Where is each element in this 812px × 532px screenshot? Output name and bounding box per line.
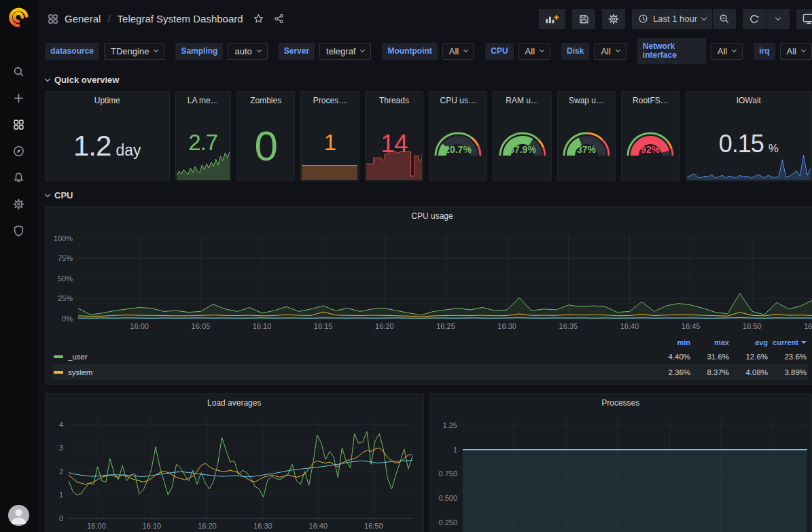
svg-text:0.750: 0.750 bbox=[438, 469, 457, 478]
svg-text:4: 4 bbox=[59, 421, 63, 429]
variable-disk: Disk All bbox=[561, 43, 626, 60]
legend-series-toggle[interactable]: _user bbox=[54, 353, 652, 361]
gauge: 20.7% bbox=[431, 122, 485, 157]
dashboard-settings-button[interactable] bbox=[602, 9, 625, 29]
stat-value: 0.15 % bbox=[686, 130, 811, 158]
svg-text:50%: 50% bbox=[58, 274, 73, 283]
refresh-interval-dropdown[interactable] bbox=[766, 9, 790, 29]
chevron-down-icon bbox=[45, 75, 50, 81]
sidebar-nav bbox=[0, 58, 37, 244]
panel-cpu-usage-gauge: CPU us… 20.7% bbox=[429, 91, 487, 181]
dashboard-canvas: Quick overview Uptime 1.2 day LA me… 2.7 bbox=[37, 72, 812, 532]
breadcrumb-folder[interactable]: General bbox=[65, 13, 101, 24]
panel-title[interactable]: RootFS… bbox=[622, 96, 679, 105]
variable-value-dropdown[interactable]: All bbox=[711, 43, 743, 60]
sidebar-item-explore[interactable] bbox=[0, 138, 37, 164]
panel-title[interactable]: Zombies bbox=[237, 96, 294, 105]
plus-icon bbox=[13, 92, 24, 104]
zoom-out-button[interactable] bbox=[713, 9, 736, 29]
legend-header-max[interactable]: max bbox=[690, 338, 729, 347]
section-quick-overview[interactable]: Quick overview bbox=[46, 72, 812, 87]
breadcrumb-separator: / bbox=[107, 13, 111, 24]
svg-text:16:20: 16:20 bbox=[375, 322, 394, 330]
panel-title[interactable]: Load averages bbox=[46, 398, 423, 408]
svg-text:20.7%: 20.7% bbox=[444, 144, 472, 155]
sidebar-item-server-admin[interactable] bbox=[0, 217, 37, 244]
svg-text:16:30: 16:30 bbox=[497, 322, 516, 330]
panel-title[interactable]: Threads bbox=[366, 96, 423, 105]
add-panel-icon bbox=[545, 14, 559, 24]
legend-header-min[interactable]: min bbox=[652, 338, 690, 347]
variable-label: Network interface bbox=[637, 38, 706, 64]
refresh-button[interactable] bbox=[743, 9, 766, 29]
sidebar-item-configuration[interactable] bbox=[0, 191, 37, 217]
svg-text:16:40: 16:40 bbox=[620, 322, 639, 330]
svg-text:0%: 0% bbox=[62, 315, 73, 323]
variable-value-dropdown[interactable]: All bbox=[594, 43, 626, 60]
add-panel-button[interactable] bbox=[539, 9, 565, 29]
section-cpu[interactable]: CPU bbox=[46, 188, 812, 202]
panel-title[interactable]: IOWait bbox=[686, 96, 811, 105]
search-icon bbox=[13, 66, 24, 77]
svg-text:92%: 92% bbox=[641, 144, 660, 155]
user-avatar[interactable] bbox=[8, 505, 29, 526]
variable-label: irq bbox=[754, 43, 775, 60]
grafana-logo[interactable] bbox=[7, 6, 30, 29]
chevron-down-icon bbox=[154, 47, 158, 52]
variable-server: Server telegraf bbox=[279, 43, 372, 60]
variable-value-dropdown[interactable]: telegraf bbox=[319, 43, 371, 60]
sidebar-item-create[interactable] bbox=[0, 85, 37, 111]
legend-row-clipped: … 0.696% 4.11% 1.19% 1.04% bbox=[52, 380, 808, 384]
panel-title[interactable]: Swap u… bbox=[558, 96, 615, 105]
stat-value: 0 bbox=[237, 122, 294, 170]
cycle-view-mode-button[interactable] bbox=[796, 9, 812, 29]
main-area: General / Telegraf System Dashboard bbox=[37, 0, 812, 532]
panel-title[interactable]: LA me… bbox=[176, 96, 230, 105]
star-icon[interactable] bbox=[253, 14, 264, 24]
variable-value-dropdown[interactable]: All bbox=[442, 43, 474, 60]
breadcrumb-dashboard-title[interactable]: Telegraf System Dashboard bbox=[118, 13, 243, 24]
chevron-down-icon bbox=[701, 14, 707, 20]
share-icon[interactable] bbox=[274, 14, 284, 24]
person-icon bbox=[8, 505, 29, 526]
legend-series-toggle[interactable]: system bbox=[54, 368, 652, 376]
legend-header-current[interactable]: current bbox=[768, 338, 807, 347]
variable-value-dropdown[interactable]: TDengine bbox=[104, 43, 164, 60]
panel-title[interactable]: CPU us… bbox=[429, 96, 487, 105]
chevron-down-icon bbox=[801, 47, 806, 52]
sidebar-item-alerting[interactable] bbox=[0, 164, 37, 191]
bell-icon bbox=[13, 172, 24, 183]
svg-text:0.250: 0.250 bbox=[438, 518, 457, 527]
cpu-usage-chart[interactable]: 16:0016:0516:1016:1516:2016:2516:3016:35… bbox=[51, 224, 812, 334]
save-dashboard-button[interactable] bbox=[572, 9, 595, 29]
variable-value-dropdown[interactable]: auto bbox=[228, 43, 267, 60]
svg-text:16:00: 16:00 bbox=[130, 322, 149, 330]
panel-title[interactable]: RAM u… bbox=[493, 96, 550, 105]
sidebar-item-search[interactable] bbox=[0, 58, 37, 85]
svg-text:16:50: 16:50 bbox=[364, 522, 383, 530]
variable-datasource: datasource TDengine bbox=[45, 43, 164, 60]
svg-text:16:10: 16:10 bbox=[143, 522, 162, 530]
panel-title[interactable]: Proces… bbox=[301, 96, 358, 105]
panel-title[interactable]: Processes bbox=[430, 398, 811, 408]
load-averages-chart[interactable]: 16:0016:1016:2016:3016:4016:5001234 bbox=[51, 413, 418, 532]
panel-swap-usage-gauge: Swap u… 37% bbox=[557, 91, 616, 181]
processes-chart[interactable]: 1.2510.7500.5000.250 bbox=[436, 413, 811, 532]
svg-text:16:15: 16:15 bbox=[314, 322, 333, 330]
legend-header-avg[interactable]: avg bbox=[729, 338, 768, 347]
variable-sampling: Sampling auto bbox=[175, 43, 267, 60]
variable-value-dropdown[interactable]: All bbox=[518, 43, 550, 60]
panel-title[interactable]: CPU usage bbox=[46, 211, 812, 221]
variable-value-dropdown[interactable]: All bbox=[780, 43, 812, 60]
bottom-panels-row: Load averages 16:0016:1016:2016:3016:401… bbox=[45, 393, 812, 532]
sidebar-item-dashboards[interactable] bbox=[0, 111, 37, 138]
svg-text:37%: 37% bbox=[577, 144, 597, 155]
time-range-picker[interactable]: Last 1 hour bbox=[632, 9, 712, 29]
time-range-label: Last 1 hour bbox=[653, 14, 697, 24]
svg-text:75%: 75% bbox=[58, 254, 73, 262]
series-swatch bbox=[54, 355, 63, 358]
legend-series-toggle[interactable]: … bbox=[54, 384, 652, 385]
monitor-icon bbox=[802, 13, 812, 24]
panel-title[interactable]: Uptime bbox=[46, 96, 169, 105]
svg-text:1: 1 bbox=[453, 446, 457, 454]
